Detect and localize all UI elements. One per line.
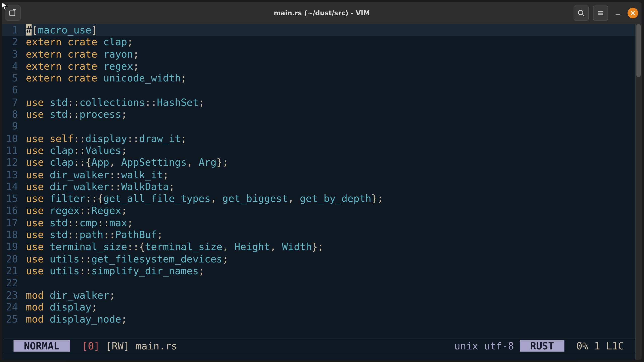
code-line[interactable]: 8use std::process; <box>2 108 635 120</box>
code-line[interactable]: 19use terminal_size::{terminal_size, Hei… <box>2 241 635 253</box>
code-content: use std::process; <box>21 108 127 120</box>
line-number: 7 <box>2 96 21 108</box>
code-content: use clap::Values; <box>21 145 127 157</box>
status-rw: [RW] <box>106 340 130 352</box>
code-content: use utils::get_filesystem_devices; <box>21 253 228 265</box>
code-content: #[macro_use] <box>21 24 97 36</box>
code-line[interactable]: 9 <box>2 120 635 132</box>
menu-button[interactable] <box>593 6 608 21</box>
code-content: use terminal_size::{terminal_size, Heigh… <box>21 241 324 253</box>
code-line[interactable]: 5extern crate unicode_width; <box>2 72 635 84</box>
code-content: use dir_walker::walk_it; <box>21 169 169 181</box>
svg-rect-0 <box>10 11 15 15</box>
line-number: 13 <box>2 169 21 181</box>
code-line[interactable]: 17use std::cmp::max; <box>2 217 635 229</box>
line-number: 11 <box>2 145 21 157</box>
close-button[interactable] <box>627 8 638 18</box>
code-line[interactable]: 21use utils::simplify_dir_names; <box>2 265 635 277</box>
line-number: 1 <box>2 24 21 36</box>
status-fileformat: unix <box>454 340 478 352</box>
code-content: use filter::{get_all_file_types, get_big… <box>21 193 383 205</box>
line-number: 17 <box>2 217 21 229</box>
minimize-icon <box>615 10 621 16</box>
code-content: use clap::{App, AppSettings, Arg}; <box>21 157 228 169</box>
terminal-window: main.rs (~/dust/src) - VIM <box>2 2 642 360</box>
code-line[interactable]: 14use dir_walker::WalkData; <box>2 181 635 193</box>
line-number: 15 <box>2 193 21 205</box>
code-line[interactable]: 3extern crate rayon; <box>2 48 635 60</box>
code-content: extern crate regex; <box>21 60 139 72</box>
line-number: 5 <box>2 72 21 84</box>
code-content: use regex::Regex; <box>21 205 127 217</box>
code-line[interactable]: 12use clap::{App, AppSettings, Arg}; <box>2 157 635 169</box>
code-content: use dir_walker::WalkData; <box>21 181 175 193</box>
code-content: use std::collections::HashSet; <box>21 96 205 108</box>
search-button[interactable] <box>574 6 589 21</box>
code-content: use std::path::PathBuf; <box>21 229 163 241</box>
line-number: 10 <box>2 132 21 145</box>
scrollbar-thumb[interactable] <box>636 24 641 77</box>
line-number: 6 <box>2 84 21 96</box>
svg-line-4 <box>582 14 584 16</box>
line-number: 8 <box>2 108 21 120</box>
code-line[interactable]: 23mod dir_walker; <box>2 289 635 301</box>
code-content: extern crate rayon; <box>21 48 139 60</box>
code-content: use std::cmp::max; <box>21 217 133 229</box>
code-content <box>21 84 26 96</box>
close-icon <box>630 10 635 16</box>
svg-point-3 <box>579 10 583 15</box>
code-line[interactable]: 22 <box>2 277 635 289</box>
code-line[interactable]: 1#[macro_use] <box>2 24 635 36</box>
line-number: 3 <box>2 48 21 60</box>
code-content: extern crate clap; <box>21 36 133 48</box>
code-line[interactable]: 18use std::path::PathBuf; <box>2 229 635 241</box>
status-percent: 0% <box>576 340 588 352</box>
code-line[interactable]: 25mod display_node; <box>2 313 635 325</box>
code-content <box>21 120 26 132</box>
line-number: 23 <box>2 289 21 301</box>
status-bar: NORMAL [0] [RW] main.rs unix utf-8 RUST … <box>2 340 635 352</box>
code-line[interactable]: 4extern crate regex; <box>2 60 635 72</box>
line-number: 22 <box>2 277 21 289</box>
code-line[interactable]: 13use dir_walker::walk_it; <box>2 169 635 181</box>
line-number: 9 <box>2 120 21 132</box>
minimize-button[interactable] <box>613 8 623 18</box>
code-line[interactable]: 11use clap::Values; <box>2 145 635 157</box>
title-bar: main.rs (~/dust/src) - VIM <box>2 2 642 24</box>
status-counter: [0] <box>82 340 100 352</box>
window-title: main.rs (~/dust/src) - VIM <box>2 9 642 17</box>
code-line[interactable]: 15use filter::{get_all_file_types, get_b… <box>2 193 635 205</box>
new-tab-icon <box>9 9 17 17</box>
line-number: 14 <box>2 181 21 193</box>
code-line[interactable]: 20use utils::get_filesystem_devices; <box>2 253 635 265</box>
search-icon <box>578 10 585 17</box>
code-line[interactable]: 2extern crate clap; <box>2 36 635 48</box>
code-line[interactable]: 10use self::display::draw_it; <box>2 132 635 145</box>
code-line[interactable]: 7use std::collections::HashSet; <box>2 96 635 108</box>
status-encoding: utf-8 <box>484 340 514 352</box>
line-number: 21 <box>2 265 21 277</box>
line-number: 2 <box>2 36 21 48</box>
line-number: 18 <box>2 229 21 241</box>
scrollbar[interactable] <box>635 24 642 360</box>
status-col: L1C <box>606 340 624 352</box>
line-number: 25 <box>2 313 21 325</box>
new-tab-button[interactable] <box>6 6 21 21</box>
code-line[interactable]: 16use regex::Regex; <box>2 205 635 217</box>
status-language: RUST <box>520 340 564 352</box>
code-content: mod display; <box>21 301 97 313</box>
line-number: 12 <box>2 157 21 169</box>
line-number: 4 <box>2 60 21 72</box>
line-number: 19 <box>2 241 21 253</box>
code-content: use utils::simplify_dir_names; <box>21 265 205 277</box>
code-content <box>21 277 26 289</box>
code-line[interactable]: 24mod display; <box>2 301 635 313</box>
code-line[interactable]: 6 <box>2 84 635 96</box>
command-line-area[interactable] <box>2 352 635 360</box>
line-number: 24 <box>2 301 21 313</box>
code-content: extern crate unicode_width; <box>21 72 187 84</box>
editor-area[interactable]: 1#[macro_use]2extern crate clap;3extern … <box>2 24 635 340</box>
code-content: mod display_node; <box>21 313 127 325</box>
status-line: 1 <box>594 340 600 352</box>
code-content: mod dir_walker; <box>21 289 115 301</box>
